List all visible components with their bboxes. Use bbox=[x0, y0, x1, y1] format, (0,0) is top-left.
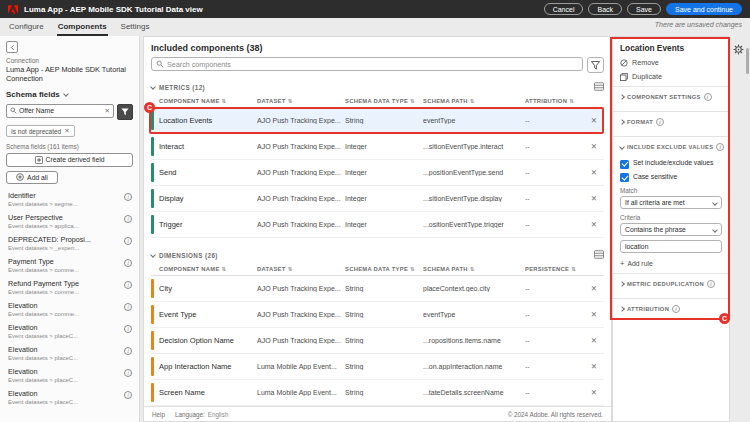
table-row-city[interactable]: City AJO Push Tracking Expe... String pl… bbox=[151, 276, 604, 302]
info-icon[interactable]: i bbox=[704, 93, 712, 101]
table-row-decision-option-name[interactable]: Decision Option Name AJO Push Tracking E… bbox=[151, 328, 604, 354]
info-icon[interactable]: i bbox=[124, 369, 132, 377]
info-icon[interactable]: i bbox=[124, 281, 132, 289]
remove-component-button[interactable]: Remove bbox=[620, 58, 722, 67]
remove-row-icon[interactable]: ✕ bbox=[584, 168, 604, 177]
column-header-attribution[interactable]: ATTRIBUTION⇅ bbox=[525, 98, 584, 104]
chevron-down-icon bbox=[150, 252, 156, 258]
criteria-value-input[interactable] bbox=[620, 240, 722, 253]
info-icon[interactable]: i bbox=[124, 303, 132, 311]
table-settings-icon[interactable] bbox=[594, 82, 604, 92]
column-header-dataset[interactable]: DATASET⇅ bbox=[257, 266, 345, 272]
info-icon[interactable]: i bbox=[124, 193, 132, 201]
back-button[interactable]: Back bbox=[588, 3, 622, 15]
table-row-screen-name[interactable]: Screen Name Luma Mobile App Event... Str… bbox=[151, 380, 604, 406]
checkbox-checked-icon[interactable] bbox=[620, 173, 629, 182]
info-icon[interactable]: i bbox=[124, 259, 132, 267]
list-item[interactable]: Elevation Event datasets > placeC... i bbox=[6, 364, 133, 386]
set-include-exclude-checkbox[interactable]: Set include/exclude values bbox=[620, 159, 722, 169]
table-settings-icon[interactable] bbox=[594, 250, 604, 260]
remove-row-icon[interactable]: ✕ bbox=[584, 284, 604, 293]
list-item[interactable]: Payment Type Event datasets > comme... i bbox=[6, 254, 133, 276]
column-header-dataset[interactable]: DATASET⇅ bbox=[257, 98, 345, 104]
remove-row-icon[interactable]: ✕ bbox=[584, 362, 604, 371]
list-item[interactable]: Identifier Event datasets > segme... i bbox=[6, 188, 133, 210]
filter-chip-not-deprecated[interactable]: Is not deprecated ✕ bbox=[6, 125, 75, 137]
match-select[interactable]: If all criteria are met bbox=[620, 196, 722, 209]
sidebar-filter-button[interactable] bbox=[117, 104, 133, 120]
section-component-settings[interactable]: COMPONENT SETTINGS i bbox=[620, 87, 722, 106]
column-header-schema-data-type[interactable]: SCHEMA DATA TYPE⇅ bbox=[345, 98, 423, 104]
metrics-section-header[interactable]: METRICS (12) bbox=[151, 82, 604, 92]
list-item[interactable]: User Perspective Event datasets > applic… bbox=[6, 210, 133, 232]
info-icon[interactable]: i bbox=[124, 215, 132, 223]
sidebar-search-field[interactable] bbox=[19, 107, 103, 114]
tab-components[interactable]: Components bbox=[57, 20, 108, 36]
column-header-schema-path[interactable]: SCHEMA PATH⇅ bbox=[423, 266, 525, 272]
info-icon[interactable]: i bbox=[124, 237, 132, 245]
checkbox-checked-icon[interactable] bbox=[620, 160, 629, 169]
table-row-location-events[interactable]: C Location Events AJO Push Tracking Expe… bbox=[151, 108, 604, 134]
collapse-sidebar-icon[interactable] bbox=[6, 41, 18, 53]
info-icon[interactable]: i bbox=[124, 325, 132, 333]
add-rule-button[interactable]: + Add rule bbox=[620, 259, 722, 268]
column-header-schema-data-type[interactable]: SCHEMA DATA TYPE⇅ bbox=[345, 266, 423, 272]
section-format[interactable]: FORMAT i bbox=[620, 112, 722, 131]
criteria-value-field[interactable] bbox=[625, 243, 717, 250]
cancel-button[interactable]: Cancel bbox=[544, 3, 584, 15]
remove-row-icon[interactable]: ✕ bbox=[584, 142, 604, 151]
section-attribution[interactable]: ATTRIBUTION i bbox=[620, 299, 722, 318]
table-row-display[interactable]: Display AJO Push Tracking Expe... Intege… bbox=[151, 186, 604, 212]
list-item[interactable]: DEPRECATED: Proposi... Event datasets > … bbox=[6, 232, 133, 254]
components-search-input[interactable] bbox=[151, 57, 583, 71]
add-all-button[interactable]: Add all bbox=[6, 171, 58, 184]
remove-row-icon[interactable]: ✕ bbox=[584, 310, 604, 319]
settings-gear-icon[interactable] bbox=[733, 41, 744, 59]
components-search-field[interactable] bbox=[167, 60, 578, 69]
remove-row-icon[interactable]: ✕ bbox=[584, 194, 604, 203]
save-button[interactable]: Save bbox=[627, 3, 661, 15]
table-row-interact[interactable]: Interact AJO Push Tracking Expe... Integ… bbox=[151, 134, 604, 160]
column-header-persistence[interactable]: PERSISTENCE⇅ bbox=[525, 266, 584, 272]
duplicate-component-button[interactable]: Duplicate bbox=[620, 72, 722, 81]
criteria-select[interactable]: Contains the phrase bbox=[620, 223, 722, 236]
column-header-component-name[interactable]: COMPONENT NAME⇅ bbox=[151, 266, 257, 272]
info-icon[interactable]: i bbox=[656, 118, 664, 126]
tab-configure[interactable]: Configure bbox=[8, 20, 45, 36]
list-item[interactable]: Elevation Event datasets > placeC... i bbox=[6, 342, 133, 364]
remove-row-icon[interactable]: ✕ bbox=[584, 220, 604, 229]
list-item[interactable]: Elevation Event datasets > comme... i bbox=[6, 298, 133, 320]
column-header-schema-path[interactable]: SCHEMA PATH⇅ bbox=[423, 98, 525, 104]
remove-row-icon[interactable]: ✕ bbox=[584, 336, 604, 345]
info-icon[interactable]: i bbox=[707, 280, 715, 288]
language-select[interactable]: English bbox=[208, 411, 229, 418]
info-icon[interactable]: i bbox=[124, 347, 132, 355]
clear-search-icon[interactable]: ✕ bbox=[105, 107, 110, 115]
create-derived-field-button[interactable]: Create derived field bbox=[6, 153, 133, 167]
info-icon[interactable]: i bbox=[716, 143, 724, 151]
info-icon[interactable]: i bbox=[672, 305, 680, 313]
tab-settings[interactable]: Settings bbox=[120, 20, 151, 36]
list-item[interactable]: Elevation Event datasets > placeC... i bbox=[6, 386, 133, 408]
remove-filter-icon[interactable]: ✕ bbox=[64, 127, 69, 135]
column-header-component-name[interactable]: COMPONENT NAME⇅ bbox=[151, 98, 257, 104]
table-row-trigger[interactable]: Trigger AJO Push Tracking Expe... Intege… bbox=[151, 212, 604, 238]
help-link[interactable]: Help bbox=[152, 411, 165, 418]
list-item[interactable]: Elevation Event datasets > placeC... i bbox=[6, 320, 133, 342]
components-filter-button[interactable] bbox=[587, 57, 604, 73]
fields-type-selector[interactable]: Schema fields bbox=[6, 90, 133, 99]
table-row-app-interaction-name[interactable]: App Interaction Name Luma Mobile App Eve… bbox=[151, 354, 604, 380]
list-item[interactable]: Refund Payment Type Event datasets > com… bbox=[6, 276, 133, 298]
save-and-continue-button[interactable]: Save and continue bbox=[666, 3, 742, 15]
table-row-event-type[interactable]: Event Type AJO Push Tracking Expe... Str… bbox=[151, 302, 604, 328]
info-icon[interactable]: i bbox=[124, 391, 132, 399]
dimensions-section-header[interactable]: DIMENSIONS (26) bbox=[151, 250, 604, 260]
section-metric-deduplication[interactable]: METRIC DEDUPLICATION i bbox=[620, 274, 722, 293]
case-sensitive-checkbox[interactable]: Case sensitive bbox=[620, 173, 722, 183]
section-include-exclude-values[interactable]: INCLUDE EXCLUDE VALUES i bbox=[620, 137, 722, 156]
scrollbar-thumb[interactable] bbox=[746, 48, 749, 74]
remove-row-icon[interactable]: ✕ bbox=[584, 116, 604, 125]
table-row-send[interactable]: Send AJO Push Tracking Expe... Integer .… bbox=[151, 160, 604, 186]
remove-row-icon[interactable]: ✕ bbox=[584, 388, 604, 397]
sidebar-search-input[interactable]: ✕ bbox=[6, 104, 114, 118]
